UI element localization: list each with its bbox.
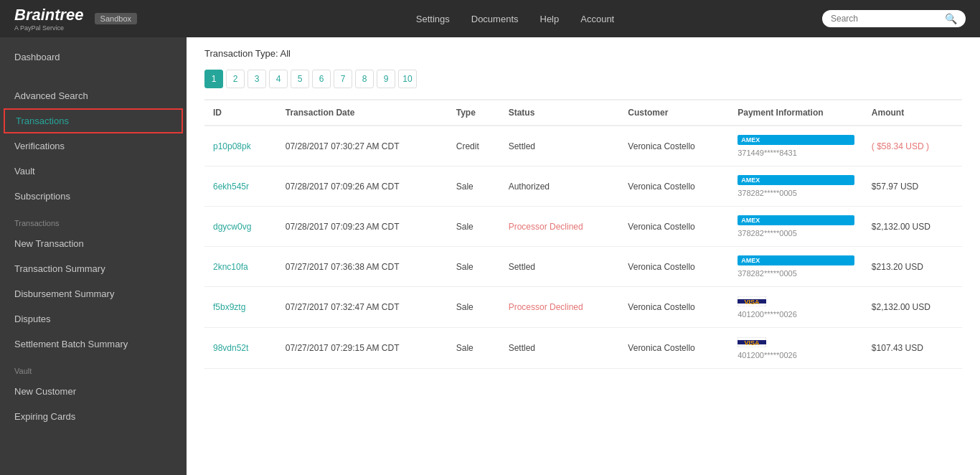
sidebar-item-dashboard[interactable]: Dashboard bbox=[0, 44, 187, 70]
cell-date: 07/27/2017 07:29:15 AM CDT bbox=[277, 327, 448, 368]
nav-settings[interactable]: Settings bbox=[416, 14, 450, 24]
cell-customer: Veronica Costello bbox=[619, 126, 729, 166]
cell-amount: $107.43 USD bbox=[863, 327, 962, 368]
logo-area: Braintree A PayPal Service Sandbox bbox=[14, 6, 208, 32]
logo: Braintree A PayPal Service bbox=[14, 6, 84, 32]
cell-payment: AMEX378282*****0005 bbox=[729, 247, 863, 287]
cell-type: Sale bbox=[448, 207, 500, 247]
cell-customer: Veronica Costello bbox=[619, 287, 729, 328]
page-btn-2[interactable]: 2 bbox=[226, 70, 245, 88]
col-payment: Payment Information bbox=[729, 100, 863, 126]
filter-label: Transaction Type: bbox=[204, 48, 278, 59]
header: Braintree A PayPal Service Sandbox Setti… bbox=[0, 0, 980, 37]
cell-status: Processor Declined bbox=[500, 287, 620, 328]
search-input[interactable] bbox=[831, 14, 941, 24]
amex-badge: AMEX bbox=[738, 135, 854, 145]
cell-status: Authorized bbox=[500, 166, 620, 207]
transactions-table: ID Transaction Date Type Status Customer… bbox=[204, 99, 962, 369]
cell-amount: $2,132.00 USD bbox=[863, 207, 962, 247]
sidebar-item-settlement-batch-summary[interactable]: Settlement Batch Summary bbox=[0, 331, 187, 357]
visa-badge: VISA bbox=[738, 337, 854, 347]
page-btn-5[interactable]: 5 bbox=[291, 70, 309, 88]
amex-badge: AMEX bbox=[738, 215, 854, 225]
pagination: 1 2 3 4 5 6 7 8 9 10 bbox=[204, 70, 962, 88]
cell-customer: Veronica Costello bbox=[619, 327, 729, 368]
cell-payment: AMEX371449*****8431 bbox=[729, 126, 863, 166]
page-btn-10[interactable]: 10 bbox=[398, 70, 417, 88]
cell-date: 07/28/2017 07:09:26 AM CDT bbox=[277, 166, 448, 207]
cell-date: 07/28/2017 07:30:27 AM CDT bbox=[277, 126, 448, 166]
cell-type: Sale bbox=[448, 327, 500, 368]
cell-customer: Veronica Costello bbox=[619, 247, 729, 287]
cell-payment: AMEX378282*****0005 bbox=[729, 166, 863, 207]
sidebar-item-disbursement-summary[interactable]: Disbursement Summary bbox=[0, 281, 187, 306]
sidebar-item-verifications[interactable]: Verifications bbox=[0, 133, 187, 159]
sidebar-section-label-search bbox=[0, 70, 187, 83]
table-row: f5bx9ztg07/27/2017 07:32:47 AM CDTSalePr… bbox=[204, 287, 962, 328]
page-btn-8[interactable]: 8 bbox=[355, 70, 374, 88]
sidebar-item-new-customer[interactable]: New Customer bbox=[0, 379, 187, 404]
cell-id[interactable]: 6ekh545r bbox=[204, 166, 277, 207]
cell-id[interactable]: 98vdn52t bbox=[204, 327, 277, 368]
cell-id[interactable]: dgycw0vg bbox=[204, 207, 277, 247]
cell-id[interactable]: 2knc10fa bbox=[204, 247, 277, 287]
header-nav: Settings Documents Help Account bbox=[208, 14, 822, 24]
cell-status: Settled bbox=[500, 247, 620, 287]
amex-badge: AMEX bbox=[738, 255, 854, 265]
card-number: 401200*****0026 bbox=[738, 351, 854, 359]
sidebar-item-vault[interactable]: Vault bbox=[0, 159, 187, 184]
cell-type: Sale bbox=[448, 166, 500, 207]
cell-payment: VISA 401200*****0026 bbox=[729, 327, 863, 368]
search-icon: 🔍 bbox=[945, 13, 957, 24]
svg-text:VISA: VISA bbox=[745, 339, 760, 347]
visa-badge: VISA bbox=[738, 296, 854, 306]
sidebar-item-new-transaction[interactable]: New Transaction bbox=[0, 231, 187, 256]
cell-status: Processor Declined bbox=[500, 207, 620, 247]
page-btn-6[interactable]: 6 bbox=[312, 70, 331, 88]
sidebar-item-subscriptions[interactable]: Subscriptions bbox=[0, 184, 187, 209]
cell-id[interactable]: f5bx9ztg bbox=[204, 287, 277, 328]
card-number: 371449*****8431 bbox=[738, 149, 854, 157]
sidebar-item-transactions[interactable]: Transactions bbox=[4, 108, 183, 133]
table-header-row: ID Transaction Date Type Status Customer… bbox=[204, 100, 962, 126]
cell-date: 07/27/2017 07:36:38 AM CDT bbox=[277, 247, 448, 287]
page-btn-7[interactable]: 7 bbox=[334, 70, 352, 88]
sidebar-item-disputes[interactable]: Disputes bbox=[0, 306, 187, 331]
cell-amount: $2,132.00 USD bbox=[863, 287, 962, 328]
col-id: ID bbox=[204, 100, 277, 126]
cell-id[interactable]: p10p08pk bbox=[204, 126, 277, 166]
sidebar-item-advanced-search[interactable]: Advanced Search bbox=[0, 83, 187, 108]
cell-status: Settled bbox=[500, 126, 620, 166]
table-row: p10p08pk07/28/2017 07:30:27 AM CDTCredit… bbox=[204, 126, 962, 166]
cell-date: 07/28/2017 07:09:23 AM CDT bbox=[277, 207, 448, 247]
table-row: 2knc10fa07/27/2017 07:36:38 AM CDTSaleSe… bbox=[204, 247, 962, 287]
page-btn-9[interactable]: 9 bbox=[377, 70, 395, 88]
cell-type: Sale bbox=[448, 287, 500, 328]
sidebar-item-expiring-cards[interactable]: Expiring Cards bbox=[0, 404, 187, 429]
table-row: 6ekh545r07/28/2017 07:09:26 AM CDTSaleAu… bbox=[204, 166, 962, 207]
cell-amount: ( $58.34 USD ) bbox=[863, 126, 962, 166]
page-btn-4[interactable]: 4 bbox=[269, 70, 288, 88]
sidebar-section-transactions: Transactions bbox=[0, 209, 187, 231]
nav-account[interactable]: Account bbox=[580, 14, 614, 24]
nav-documents[interactable]: Documents bbox=[471, 14, 519, 24]
logo-sub: A PayPal Service bbox=[14, 24, 84, 32]
filter-text: Transaction Type: All bbox=[204, 48, 962, 59]
sidebar-item-transaction-summary[interactable]: Transaction Summary bbox=[0, 256, 187, 281]
amex-badge: AMEX bbox=[738, 175, 854, 185]
search-area: 🔍 bbox=[822, 10, 966, 27]
main-content: Transaction Type: All 1 2 3 4 5 6 7 8 9 … bbox=[187, 37, 980, 475]
cell-amount: $213.20 USD bbox=[863, 247, 962, 287]
page-btn-3[interactable]: 3 bbox=[248, 70, 266, 88]
nav-help[interactable]: Help bbox=[540, 14, 560, 24]
col-amount: Amount bbox=[863, 100, 962, 126]
card-number: 378282*****0005 bbox=[738, 229, 854, 238]
card-number: 378282*****0005 bbox=[738, 189, 854, 197]
cell-payment: AMEX378282*****0005 bbox=[729, 207, 863, 247]
cell-date: 07/27/2017 07:32:47 AM CDT bbox=[277, 287, 448, 328]
cell-amount: $57.97 USD bbox=[863, 166, 962, 207]
table-row: dgycw0vg07/28/2017 07:09:23 AM CDTSalePr… bbox=[204, 207, 962, 247]
page-btn-1[interactable]: 1 bbox=[204, 70, 223, 88]
sandbox-badge: Sandbox bbox=[95, 13, 137, 24]
cell-customer: Veronica Costello bbox=[619, 166, 729, 207]
